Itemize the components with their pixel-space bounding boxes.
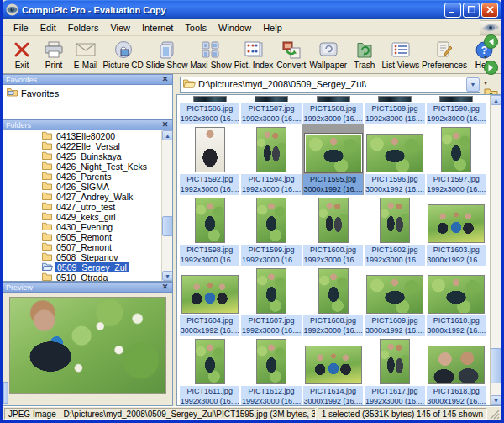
exit-button[interactable]: Exit: [6, 38, 38, 72]
thumbnail-photo[interactable]: [378, 96, 412, 102]
maxi-show-button[interactable]: Maxi-Show: [189, 38, 233, 72]
thumbnail-photo[interactable]: [256, 339, 286, 384]
favorites-item[interactable]: Favorites: [3, 85, 172, 101]
menu-tools[interactable]: Tools: [179, 21, 213, 34]
thumbnail-cell-pict1612[interactable]: PICT1612.jpg1992x3000 (16....: [240, 336, 302, 405]
thumbnail-cell-pict1599[interactable]: PICT1599.jpg1992x3000 (16....: [240, 195, 302, 266]
thumbnail-photo[interactable]: [428, 346, 485, 384]
path-combobox[interactable]: D:\pictures\myd_2008\0509_Sergey_Zul\ ▼: [180, 77, 480, 93]
thumbnail-photo[interactable]: [380, 198, 410, 243]
thumbnail-cell-pict1611[interactable]: PICT1611.jpg1992x3000 (16....: [179, 336, 240, 405]
preview-image[interactable]: [9, 297, 166, 394]
main-scrollbar-thumb[interactable]: [491, 348, 501, 383]
menu-edit[interactable]: Edit: [34, 21, 62, 34]
thumbnail-photo[interactable]: [317, 96, 350, 102]
print-button[interactable]: Print: [38, 38, 70, 72]
folder-item-0425_buinskaya[interactable]: 0425_Buinskaya: [3, 151, 161, 161]
folder-item-0510_otrada[interactable]: 0510_Otrada: [3, 272, 161, 281]
folder-item-0429_keks_girl[interactable]: 0429_keks_girl: [3, 212, 161, 222]
thumbnail-photo[interactable]: [366, 275, 423, 314]
thumbnail-photo[interactable]: [305, 134, 362, 172]
pict-index-button[interactable]: Pict. Index: [233, 38, 275, 72]
convert-button[interactable]: Convert: [275, 38, 308, 72]
scroll-down-icon[interactable]: ▼: [491, 395, 501, 405]
thumbnail-cell-pict1608[interactable]: PICT1608.jpg1992x3000 (16....: [302, 266, 364, 336]
thumbnail-photo[interactable]: [256, 198, 286, 243]
thumbnail-cell-pict1602[interactable]: PICT1602.jpg1992x3000 (16....: [364, 195, 425, 266]
menu-folders[interactable]: Folders: [62, 21, 105, 34]
thumbnail-cell-pict1610[interactable]: PICT1610.jpg3000x1992 (16....: [426, 266, 487, 336]
thumbnail-cell-pict1597[interactable]: PICT1597.jpg1992x3000 (16....: [426, 124, 487, 195]
thumbnail-photo[interactable]: [318, 198, 349, 243]
slide-show-button[interactable]: Slide Show: [144, 38, 189, 72]
thumbnail-photo[interactable]: [256, 268, 286, 314]
thumbnail-cell-pict1592[interactable]: PICT1592.jpg1992x3000 (16....: [179, 124, 240, 195]
thumbnail-photo[interactable]: [441, 127, 471, 172]
folder-item-0422elle_versal[interactable]: 0422Elle_Versal: [3, 141, 161, 151]
thumbnail-cell-pict1609[interactable]: PICT1609.jpg3000x1992 (16....: [364, 266, 425, 336]
minimize-button[interactable]: [444, 3, 461, 18]
thumbnail-cell-pict1588[interactable]: PICT1588.jpg1992x3000 (16....: [302, 95, 364, 124]
thumbnail-cell-pict1617[interactable]: PICT1617.jpg1992x3000 (16....: [364, 336, 425, 405]
thumbnail-photo[interactable]: [256, 127, 286, 172]
resize-grip[interactable]: [489, 408, 500, 420]
path-text[interactable]: D:\pictures\myd_2008\0509_Sergey_Zul\: [198, 79, 466, 89]
menu-file[interactable]: File: [8, 21, 34, 34]
titlebar[interactable]: CompuPic Pro - Evaluation Copy: [3, 0, 501, 19]
preview-scrollbar-thumb[interactable]: [3, 382, 8, 404]
scroll-up-icon[interactable]: ▲: [162, 130, 173, 140]
folder-item-0508_stepanov[interactable]: 0508_Stepanov: [3, 252, 161, 262]
thumbnail-cell-pict1590[interactable]: PICT1590.jpg1992x3000 (16....: [426, 95, 487, 124]
thumbnail-cell-pict1587[interactable]: PICT1587.jpg1992x3000 (16....: [240, 95, 302, 124]
thumbnail-cell-pict1586[interactable]: PICT1586.jpg1992x3000 (16....: [179, 95, 240, 124]
thumbnail-photo[interactable]: [255, 96, 288, 102]
preferences-button[interactable]: Preferences: [421, 38, 468, 72]
list-views-button[interactable]: List Views: [381, 38, 421, 72]
thumbnail-cell-pict1596[interactable]: PICT1596.jpg3000x1992 (16....: [364, 124, 425, 195]
folder-item-0427_utro_test[interactable]: 0427_utro_test: [3, 202, 161, 212]
thumbnail-photo[interactable]: [181, 275, 239, 314]
menu-help[interactable]: Help: [257, 21, 288, 34]
folder-item-0427_andrey_walk[interactable]: 0427_Andrey_Walk: [3, 192, 161, 202]
thumbnail-cell-pict1614[interactable]: PICT1614.jpg3000x1992 (16....: [302, 336, 364, 405]
thumbnail-cell-pict1604[interactable]: PICT1604.jpg3000x1992 (16....: [179, 266, 240, 336]
thumbnail-cell-pict1607[interactable]: PICT1607.jpg1992x3000 (16....: [240, 266, 302, 336]
chevron-down-icon[interactable]: ▼: [483, 77, 488, 87]
folder-item-0426_parents[interactable]: 0426_Parents: [3, 172, 161, 182]
scroll-down-icon[interactable]: ▼: [162, 271, 173, 281]
trash-button[interactable]: Trash: [349, 38, 381, 72]
main-scrollbar[interactable]: ▲ ▼: [490, 95, 501, 405]
thumbnail-cell-pict1603[interactable]: PICT1603.jpg3000x1992 (16....: [426, 195, 487, 266]
maximize-button[interactable]: [463, 3, 480, 18]
folder-item-0430_evening[interactable]: 0430_Evening: [3, 222, 161, 232]
folder-item-0507_remont[interactable]: 0507_Remont: [3, 242, 161, 252]
thumbnail-cell-pict1618[interactable]: PICT1618.jpg3000x1992 (16....: [426, 336, 487, 405]
chevron-down-icon[interactable]: ▼: [483, 50, 488, 61]
folders-scrollbar[interactable]: ▲ ▼: [161, 130, 172, 281]
thumbnail-photo[interactable]: [193, 96, 227, 102]
thumbnail-photo[interactable]: [366, 134, 423, 172]
thumbnail-photo[interactable]: [380, 339, 410, 384]
picture-cd-button[interactable]: Picture CD: [102, 38, 144, 72]
wallpaper-button[interactable]: Wallpaper: [308, 38, 349, 72]
close-button[interactable]: [481, 3, 498, 18]
preview-panel-close-icon[interactable]: ✕: [160, 283, 170, 292]
thumbnail-photo[interactable]: [195, 127, 225, 172]
thumbnail-cell-pict1589[interactable]: PICT1589.jpg1992x3000 (16....: [364, 95, 425, 124]
folder-item-0505_remont[interactable]: 0505_Remont: [3, 232, 161, 242]
e-mail-button[interactable]: E-Mail: [70, 38, 102, 72]
folder-item-0426_sigma[interactable]: 0426_SIGMA: [3, 182, 161, 192]
folder-item-0413elle80200[interactable]: 0413Elle80200: [3, 131, 161, 141]
path-dropdown-icon[interactable]: ▼: [466, 77, 480, 92]
favorites-panel-close-icon[interactable]: ✕: [160, 75, 170, 84]
menu-view[interactable]: View: [104, 21, 136, 34]
thumbnail-photo[interactable]: [195, 339, 225, 384]
back-button[interactable]: [483, 34, 499, 50]
folder-item-0509_sergey_zul[interactable]: 0509_Sergey_Zul: [3, 262, 161, 272]
folders-scrollbar-thumb[interactable]: [162, 216, 173, 236]
thumbnail-cell-pict1595[interactable]: PICT1595.jpg3000x1992 (16....: [302, 124, 364, 195]
menu-internet[interactable]: Internet: [136, 21, 179, 34]
forward-button[interactable]: [483, 61, 499, 77]
menu-window[interactable]: Window: [213, 21, 257, 34]
thumbnail-cell-pict1600[interactable]: PICT1600.jpg1992x3000 (16....: [302, 195, 364, 266]
